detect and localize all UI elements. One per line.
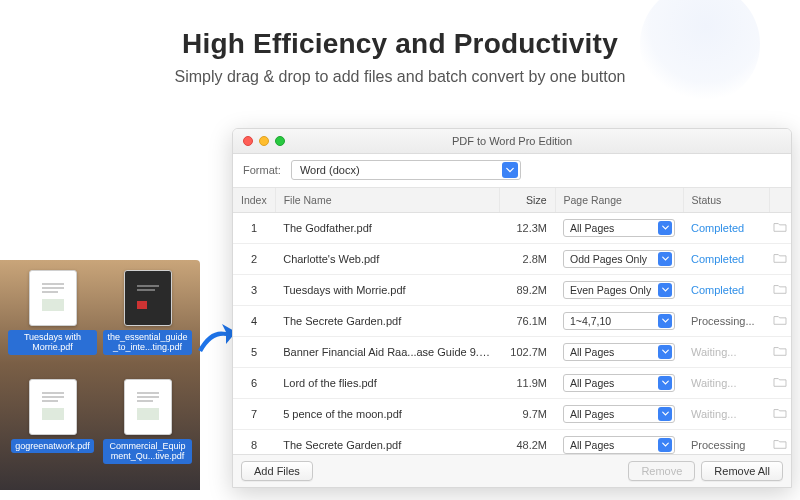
svg-rect-4 bbox=[42, 299, 64, 311]
page-range-value: All Pages bbox=[570, 408, 614, 420]
page-range-select[interactable]: All Pages bbox=[563, 343, 675, 361]
cell-open bbox=[769, 212, 791, 243]
cell-filename: 5 pence of the moon.pdf bbox=[275, 398, 499, 429]
folder-icon[interactable] bbox=[773, 407, 787, 419]
chevron-down-icon bbox=[658, 252, 672, 266]
page-range-select[interactable]: Even Pages Only bbox=[563, 281, 675, 299]
page-range-select[interactable]: 1~4,7,10 bbox=[563, 312, 675, 330]
cell-size: 9.7M bbox=[499, 398, 555, 429]
page-range-select[interactable]: All Pages bbox=[563, 374, 675, 392]
cell-size: 12.3M bbox=[499, 212, 555, 243]
desktop-file-label: gogreenatwork.pdf bbox=[11, 439, 94, 453]
cell-size: 76.1M bbox=[499, 305, 555, 336]
page-range-value: Odd Pages Only bbox=[570, 253, 647, 265]
table-row[interactable]: 4The Secrete Garden.pdf76.1M1~4,7,10Proc… bbox=[233, 305, 791, 336]
svg-rect-15 bbox=[137, 392, 159, 394]
window-controls bbox=[233, 136, 285, 146]
chevron-down-icon bbox=[658, 314, 672, 328]
table-row[interactable]: 75 pence of the moon.pdf9.7MAll PagesWai… bbox=[233, 398, 791, 429]
cell-open bbox=[769, 274, 791, 305]
col-status[interactable]: Status bbox=[683, 188, 769, 213]
folder-icon[interactable] bbox=[773, 345, 787, 357]
hero: High Efficiency and Productivity Simply … bbox=[0, 0, 800, 86]
desktop-file[interactable]: Commercial_Equipment_Qu...tive.pdf bbox=[103, 379, 192, 480]
svg-rect-8 bbox=[137, 301, 147, 309]
page-range-select[interactable]: All Pages bbox=[563, 219, 675, 237]
remove-button[interactable]: Remove bbox=[628, 461, 695, 481]
cell-range: 1~4,7,10 bbox=[555, 305, 683, 336]
zoom-icon[interactable] bbox=[275, 136, 285, 146]
desktop-file-label: Commercial_Equipment_Qu...tive.pdf bbox=[103, 439, 192, 464]
titlebar[interactable]: PDF to Word Pro Edition bbox=[233, 129, 791, 154]
page-range-value: All Pages bbox=[570, 439, 614, 451]
chevron-down-icon bbox=[658, 376, 672, 390]
remove-all-button[interactable]: Remove All bbox=[701, 461, 783, 481]
cell-open bbox=[769, 367, 791, 398]
page-range-select[interactable]: All Pages bbox=[563, 436, 675, 454]
cell-open bbox=[769, 336, 791, 367]
hero-subtitle: Simply drag & drop to add files and batc… bbox=[0, 68, 800, 86]
svg-rect-2 bbox=[42, 287, 64, 289]
cell-index: 5 bbox=[233, 336, 275, 367]
toolbar: Format: Word (docx) bbox=[233, 154, 791, 187]
svg-rect-17 bbox=[137, 400, 153, 402]
table-row[interactable]: 3Tuesdays with Morrie.pdf89.2MEven Pages… bbox=[233, 274, 791, 305]
table-row[interactable]: 2Charlotte's Web.pdf2.8MOdd Pages OnlyCo… bbox=[233, 243, 791, 274]
table-row[interactable]: 1The Godfather.pdf12.3MAll PagesComplete… bbox=[233, 212, 791, 243]
desktop-file[interactable]: the_essential_guide_to_inte...ting.pdf bbox=[103, 270, 192, 371]
table-row[interactable]: 8The Secrete Garden.pdf48.2MAll PagesPro… bbox=[233, 429, 791, 454]
table-row[interactable]: 6Lord of the flies.pdf11.9MAll PagesWait… bbox=[233, 367, 791, 398]
cell-open bbox=[769, 305, 791, 336]
col-size[interactable]: Size bbox=[499, 188, 555, 213]
svg-rect-7 bbox=[137, 289, 155, 291]
table-row[interactable]: 5Banner Financial Aid Raa...ase Guide 9.… bbox=[233, 336, 791, 367]
folder-icon[interactable] bbox=[773, 252, 787, 264]
col-filename[interactable]: File Name bbox=[275, 188, 499, 213]
desktop-file[interactable]: Tuesdays with Morrie.pdf bbox=[8, 270, 97, 371]
cell-status: Completed bbox=[683, 212, 769, 243]
cell-size: 89.2M bbox=[499, 274, 555, 305]
cell-index: 1 bbox=[233, 212, 275, 243]
cell-filename: The Secrete Garden.pdf bbox=[275, 429, 499, 454]
folder-icon[interactable] bbox=[773, 314, 787, 326]
desktop-file[interactable]: gogreenatwork.pdf bbox=[8, 379, 97, 480]
page-range-value: All Pages bbox=[570, 377, 614, 389]
page-range-select[interactable]: All Pages bbox=[563, 405, 675, 423]
format-value: Word (docx) bbox=[300, 164, 360, 176]
cell-status: Completed bbox=[683, 274, 769, 305]
cell-status: Waiting... bbox=[683, 367, 769, 398]
cell-index: 4 bbox=[233, 305, 275, 336]
cell-filename: The Godfather.pdf bbox=[275, 212, 499, 243]
folder-icon[interactable] bbox=[773, 376, 787, 388]
footer: Add Files Remove Remove All bbox=[233, 454, 791, 487]
chevron-down-icon bbox=[658, 407, 672, 421]
cell-filename: Tuesdays with Morrie.pdf bbox=[275, 274, 499, 305]
page-range-select[interactable]: Odd Pages Only bbox=[563, 250, 675, 268]
cell-index: 6 bbox=[233, 367, 275, 398]
svg-rect-18 bbox=[137, 408, 159, 420]
cell-open bbox=[769, 243, 791, 274]
page-range-value: All Pages bbox=[570, 222, 614, 234]
cell-range: All Pages bbox=[555, 429, 683, 454]
folder-icon[interactable] bbox=[773, 438, 787, 450]
cell-index: 2 bbox=[233, 243, 275, 274]
minimize-icon[interactable] bbox=[259, 136, 269, 146]
close-icon[interactable] bbox=[243, 136, 253, 146]
cell-size: 102.7M bbox=[499, 336, 555, 367]
format-select[interactable]: Word (docx) bbox=[291, 160, 521, 180]
cell-filename: Charlotte's Web.pdf bbox=[275, 243, 499, 274]
col-open bbox=[769, 188, 791, 213]
window-title: PDF to Word Pro Edition bbox=[233, 135, 791, 147]
col-index[interactable]: Index bbox=[233, 188, 275, 213]
desktop-file-label: the_essential_guide_to_inte...ting.pdf bbox=[103, 330, 192, 355]
svg-rect-6 bbox=[137, 285, 159, 287]
folder-icon[interactable] bbox=[773, 221, 787, 233]
page-range-value: 1~4,7,10 bbox=[570, 315, 611, 327]
add-files-button[interactable]: Add Files bbox=[241, 461, 313, 481]
col-range[interactable]: Page Range bbox=[555, 188, 683, 213]
svg-rect-16 bbox=[137, 396, 159, 398]
page-range-value: All Pages bbox=[570, 346, 614, 358]
page-range-value: Even Pages Only bbox=[570, 284, 651, 296]
chevron-down-icon bbox=[658, 283, 672, 297]
folder-icon[interactable] bbox=[773, 283, 787, 295]
